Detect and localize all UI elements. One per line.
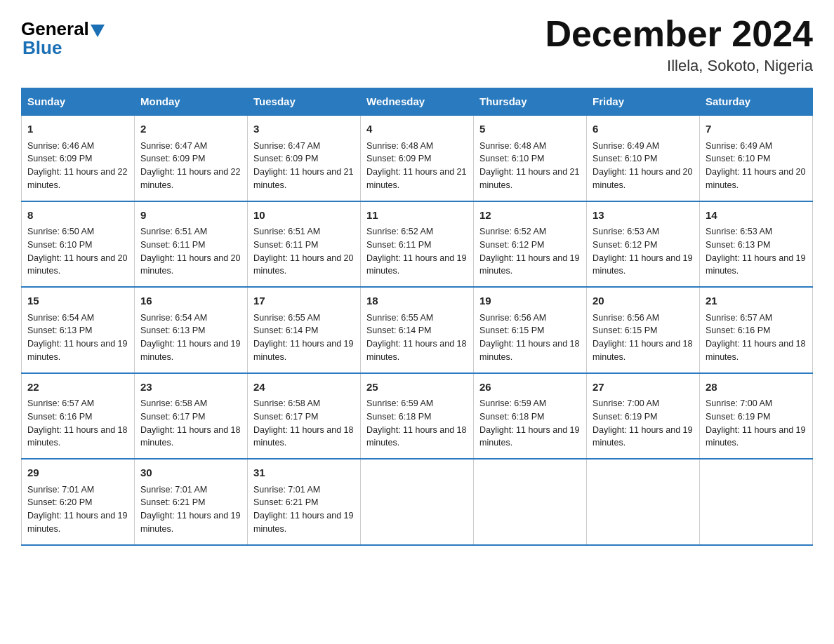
day-number: 20 [593, 293, 694, 309]
calendar-cell: 4Sunrise: 6:48 AMSunset: 6:09 PMDaylight… [361, 115, 474, 201]
calendar-cell: 8Sunrise: 6:50 AMSunset: 6:10 PMDaylight… [22, 201, 135, 288]
calendar-cell: 30Sunrise: 7:01 AMSunset: 6:21 PMDayligh… [135, 459, 248, 545]
calendar-cell: 21Sunrise: 6:57 AMSunset: 6:16 PMDayligh… [700, 287, 813, 373]
calendar-cell: 11Sunrise: 6:52 AMSunset: 6:11 PMDayligh… [361, 201, 474, 288]
calendar-cell: 5Sunrise: 6:48 AMSunset: 6:10 PMDaylight… [474, 115, 587, 201]
day-number: 25 [366, 380, 468, 396]
calendar-cell: 22Sunrise: 6:57 AMSunset: 6:16 PMDayligh… [22, 373, 135, 459]
day-number: 13 [593, 208, 694, 224]
calendar-cell: 24Sunrise: 6:58 AMSunset: 6:17 PMDayligh… [248, 373, 361, 459]
day-header-thursday: Thursday [474, 88, 587, 116]
calendar-cell: 31Sunrise: 7:01 AMSunset: 6:21 PMDayligh… [248, 459, 361, 545]
day-number: 27 [593, 380, 694, 396]
calendar-cell: 12Sunrise: 6:52 AMSunset: 6:12 PMDayligh… [474, 201, 587, 288]
calendar-table: SundayMondayTuesdayWednesdayThursdayFrid… [21, 88, 813, 546]
day-number: 2 [140, 121, 241, 137]
week-row-4: 22Sunrise: 6:57 AMSunset: 6:16 PMDayligh… [22, 373, 813, 459]
calendar-cell: 3Sunrise: 6:47 AMSunset: 6:09 PMDaylight… [248, 115, 361, 201]
day-header-sunday: Sunday [22, 88, 135, 116]
day-number: 26 [479, 380, 581, 396]
days-header-row: SundayMondayTuesdayWednesdayThursdayFrid… [22, 88, 813, 116]
calendar-title: December 2024 [545, 14, 813, 54]
calendar-cell: 16Sunrise: 6:54 AMSunset: 6:13 PMDayligh… [135, 287, 248, 373]
day-number: 11 [366, 208, 468, 224]
day-number: 29 [27, 465, 128, 481]
day-number: 9 [140, 208, 241, 224]
day-number: 14 [706, 208, 807, 224]
day-number: 15 [27, 293, 128, 309]
calendar-cell: 7Sunrise: 6:49 AMSunset: 6:10 PMDaylight… [700, 115, 813, 201]
calendar-cell: 23Sunrise: 6:58 AMSunset: 6:17 PMDayligh… [135, 373, 248, 459]
week-row-1: 1Sunrise: 6:46 AMSunset: 6:09 PMDaylight… [22, 115, 813, 201]
day-number: 16 [140, 293, 241, 309]
calendar-subtitle: Illela, Sokoto, Nigeria [545, 57, 813, 75]
day-number: 1 [27, 121, 128, 137]
day-number: 4 [366, 121, 468, 137]
calendar-cell: 2Sunrise: 6:47 AMSunset: 6:09 PMDaylight… [135, 115, 248, 201]
calendar-cell: 28Sunrise: 7:00 AMSunset: 6:19 PMDayligh… [700, 373, 813, 459]
calendar-cell: 25Sunrise: 6:59 AMSunset: 6:18 PMDayligh… [361, 373, 474, 459]
calendar-cell [700, 459, 813, 545]
day-number: 17 [253, 293, 355, 309]
week-row-3: 15Sunrise: 6:54 AMSunset: 6:13 PMDayligh… [22, 287, 813, 373]
day-number: 22 [27, 380, 128, 396]
logo: General Blue [21, 18, 106, 59]
calendar-cell: 27Sunrise: 7:00 AMSunset: 6:19 PMDayligh… [587, 373, 700, 459]
calendar-cell [361, 459, 474, 545]
calendar-cell: 29Sunrise: 7:01 AMSunset: 6:20 PMDayligh… [22, 459, 135, 545]
week-row-2: 8Sunrise: 6:50 AMSunset: 6:10 PMDaylight… [22, 201, 813, 288]
day-number: 19 [479, 293, 581, 309]
calendar-cell: 15Sunrise: 6:54 AMSunset: 6:13 PMDayligh… [22, 287, 135, 373]
calendar-cell: 19Sunrise: 6:56 AMSunset: 6:15 PMDayligh… [474, 287, 587, 373]
calendar-cell: 18Sunrise: 6:55 AMSunset: 6:14 PMDayligh… [361, 287, 474, 373]
calendar-cell: 13Sunrise: 6:53 AMSunset: 6:12 PMDayligh… [587, 201, 700, 288]
logo-blue: Blue [22, 37, 62, 59]
calendar-cell: 10Sunrise: 6:51 AMSunset: 6:11 PMDayligh… [248, 201, 361, 288]
title-block: December 2024 Illela, Sokoto, Nigeria [545, 14, 813, 75]
day-number: 23 [140, 380, 241, 396]
day-header-friday: Friday [587, 88, 700, 116]
day-header-saturday: Saturday [700, 88, 813, 116]
calendar-cell: 14Sunrise: 6:53 AMSunset: 6:13 PMDayligh… [700, 201, 813, 288]
day-number: 6 [593, 121, 694, 137]
calendar-cell: 17Sunrise: 6:55 AMSunset: 6:14 PMDayligh… [248, 287, 361, 373]
day-number: 10 [253, 208, 355, 224]
calendar-cell: 26Sunrise: 6:59 AMSunset: 6:18 PMDayligh… [474, 373, 587, 459]
day-number: 21 [706, 293, 807, 309]
day-number: 30 [140, 465, 241, 481]
calendar-cell: 6Sunrise: 6:49 AMSunset: 6:10 PMDaylight… [587, 115, 700, 201]
calendar-cell: 9Sunrise: 6:51 AMSunset: 6:11 PMDaylight… [135, 201, 248, 288]
day-number: 28 [706, 380, 807, 396]
day-number: 8 [27, 208, 128, 224]
day-number: 7 [706, 121, 807, 137]
calendar-cell: 1Sunrise: 6:46 AMSunset: 6:09 PMDaylight… [22, 115, 135, 201]
day-number: 3 [253, 121, 355, 137]
page-header: General Blue December 2024 Illela, Sokot… [21, 14, 813, 75]
day-header-monday: Monday [135, 88, 248, 116]
day-header-wednesday: Wednesday [361, 88, 474, 116]
week-row-5: 29Sunrise: 7:01 AMSunset: 6:20 PMDayligh… [22, 459, 813, 545]
day-number: 12 [479, 208, 581, 224]
day-number: 5 [479, 121, 581, 137]
day-number: 24 [253, 380, 355, 396]
day-number: 18 [366, 293, 468, 309]
calendar-cell: 20Sunrise: 6:56 AMSunset: 6:15 PMDayligh… [587, 287, 700, 373]
calendar-cell [587, 459, 700, 545]
calendar-cell [474, 459, 587, 545]
day-header-tuesday: Tuesday [248, 88, 361, 116]
day-number: 31 [253, 465, 355, 481]
logo-triangle-icon [91, 25, 105, 37]
